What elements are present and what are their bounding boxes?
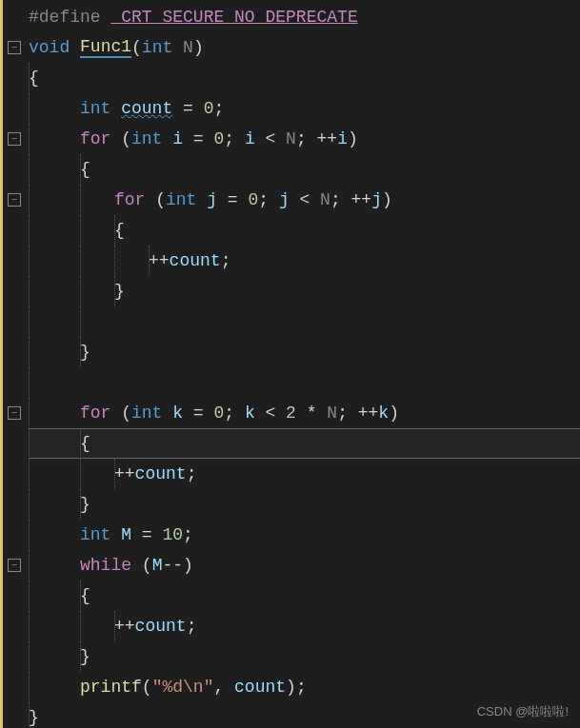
code-line[interactable]: {: [29, 63, 580, 93]
fold-icon[interactable]: −: [8, 559, 21, 572]
code-line[interactable]: − void Func1(int N): [29, 32, 580, 63]
code-line[interactable]: {: [29, 428, 580, 459]
code-line[interactable]: }: [29, 489, 580, 520]
fold-icon[interactable]: −: [8, 41, 21, 54]
code-line[interactable]: {: [29, 580, 580, 611]
code-line[interactable]: − for (int j = 0; j < N; ++j): [29, 185, 580, 215]
code-line[interactable]: int count = 0;: [29, 93, 580, 124]
preproc: #define: [29, 8, 101, 27]
code-line[interactable]: − while (M--): [29, 550, 580, 580]
var-count: count: [121, 99, 172, 118]
code-area[interactable]: #define _CRT_SECURE_NO_DEPRECATE − void …: [29, 0, 580, 728]
code-line[interactable]: ++count;: [29, 246, 580, 276]
keyword-void: void: [29, 38, 70, 57]
brace: }: [114, 282, 125, 301]
brace: {: [114, 221, 125, 240]
brace: {: [80, 160, 90, 179]
fold-gutter: [0, 0, 29, 728]
code-line[interactable]: [29, 306, 580, 337]
brace: }: [80, 495, 90, 514]
code-line[interactable]: − for (int i = 0; i < N; ++i): [29, 124, 580, 154]
code-line[interactable]: [29, 367, 580, 398]
code-line[interactable]: }: [29, 337, 580, 367]
brace: }: [29, 708, 39, 727]
fold-icon[interactable]: −: [8, 193, 21, 207]
brace: {: [80, 434, 90, 453]
code-line[interactable]: #define _CRT_SECURE_NO_DEPRECATE: [29, 2, 580, 32]
brace: {: [29, 69, 39, 88]
brace: {: [80, 586, 90, 605]
param: N: [183, 38, 193, 57]
brace: }: [80, 343, 90, 362]
code-line[interactable]: }: [29, 276, 580, 306]
code-line[interactable]: ++count;: [29, 611, 580, 641]
code-line[interactable]: {: [29, 215, 580, 246]
function-name: Func1: [80, 37, 131, 58]
watermark: CSDN @啦啦啦!: [477, 703, 569, 720]
fold-icon[interactable]: −: [8, 132, 21, 146]
macro-name: _CRT_SECURE_NO_DEPRECATE: [110, 8, 357, 27]
code-line[interactable]: − for (int k = 0; k < 2 * N; ++k): [29, 398, 580, 428]
code-line[interactable]: }: [29, 641, 580, 672]
code-line[interactable]: ++count;: [29, 459, 580, 489]
code-line[interactable]: printf("%d\n", count);: [29, 672, 580, 702]
code-line[interactable]: int M = 10;: [29, 520, 580, 550]
fold-icon[interactable]: −: [8, 406, 21, 420]
brace: }: [80, 647, 90, 666]
code-editor[interactable]: #define _CRT_SECURE_NO_DEPRECATE − void …: [0, 0, 580, 728]
code-line[interactable]: {: [29, 154, 580, 185]
